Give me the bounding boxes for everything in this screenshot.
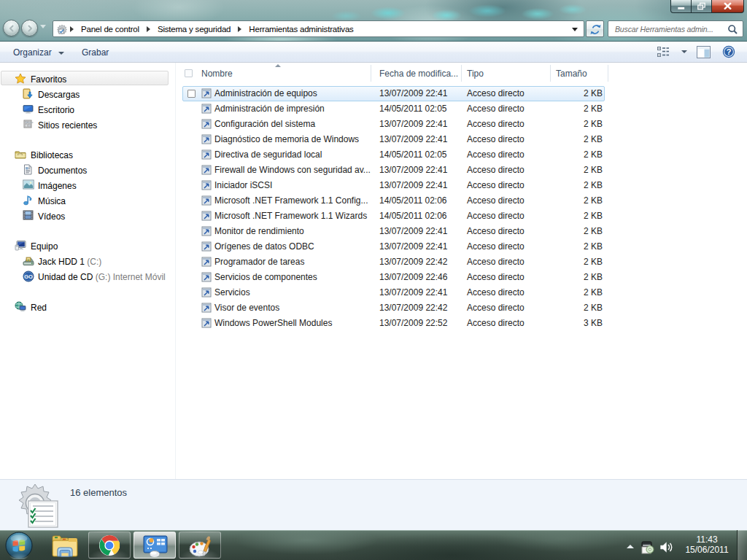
svg-text:11:43: 11:43: [696, 534, 717, 545]
svg-text:15/06/2011: 15/06/2011: [685, 545, 728, 555]
svg-text:GO: GO: [24, 273, 33, 280]
svg-text:?: ?: [727, 47, 732, 56]
